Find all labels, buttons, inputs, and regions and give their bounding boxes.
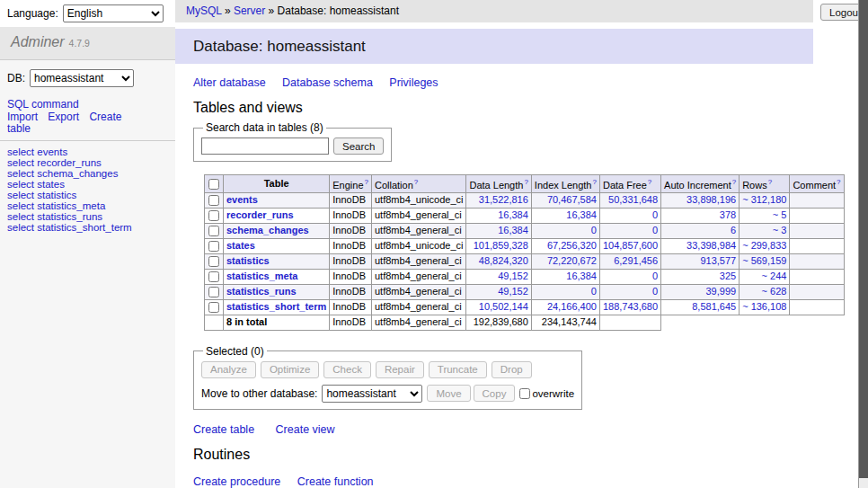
auto-increment-link-statistics[interactable]: 913,577 xyxy=(700,255,736,266)
link-create-view[interactable]: Create view xyxy=(276,423,335,436)
table-nav-link-statistics-meta[interactable]: statistics_meta xyxy=(37,200,105,211)
row-checkbox-statistics-meta[interactable] xyxy=(208,271,219,282)
search-button[interactable]: Search xyxy=(333,138,384,155)
data-length-link-statistics-short-term[interactable]: 10,502,144 xyxy=(479,301,528,312)
rows-link-statistics[interactable]: ~ 569,159 xyxy=(742,255,786,266)
auto-increment-link-statistics-short-term[interactable]: 8,581,645 xyxy=(692,301,736,312)
breadcrumb-link-mysql[interactable]: MySQL xyxy=(186,4,222,17)
scrollbar-thumb[interactable] xyxy=(859,0,868,478)
select-link-recorder-runs[interactable]: select xyxy=(7,157,34,168)
drop-button[interactable]: Drop xyxy=(492,361,532,378)
language-select[interactable]: English xyxy=(63,4,164,22)
table-nav-link-recorder-runs[interactable]: recorder_runs xyxy=(37,157,102,168)
row-checkbox-statistics-runs[interactable] xyxy=(208,287,219,297)
row-checkbox-events[interactable] xyxy=(208,195,219,206)
select-link-statistics-runs[interactable]: select xyxy=(7,211,34,222)
table-link-statistics-meta[interactable]: statistics_meta xyxy=(226,271,298,281)
rows-link-statistics-meta[interactable]: ~ 244 xyxy=(762,271,787,281)
link-database-schema[interactable]: Database schema xyxy=(282,76,373,89)
table-nav-link-schema-changes[interactable]: schema_changes xyxy=(37,168,118,179)
data-free-link-statistics[interactable]: 6,291,456 xyxy=(614,255,658,266)
help-icon[interactable]: ? xyxy=(837,178,840,186)
rows-link-schema-changes[interactable]: ~ 3 xyxy=(773,225,787,235)
select-link-states[interactable]: select xyxy=(7,179,34,190)
link-create-table[interactable]: Create table xyxy=(193,423,254,436)
search-input[interactable] xyxy=(201,138,329,155)
link-privileges[interactable]: Privileges xyxy=(389,76,438,89)
rows-link-recorder-runs[interactable]: ~ 5 xyxy=(773,209,787,220)
table-nav-link-states[interactable]: states xyxy=(37,179,65,190)
repair-button[interactable]: Repair xyxy=(376,361,424,378)
move-button[interactable]: Move xyxy=(427,385,470,402)
index-length-link-schema-changes[interactable]: 0 xyxy=(591,225,597,235)
index-length-link-events[interactable]: 70,467,584 xyxy=(547,194,597,205)
index-length-link-states[interactable]: 67,256,320 xyxy=(547,240,597,251)
rows-link-statistics-short-term[interactable]: ~ 136,108 xyxy=(742,301,786,312)
auto-increment-link-events[interactable]: 33,898,196 xyxy=(686,194,736,205)
table-nav-link-statistics-runs[interactable]: statistics_runs xyxy=(37,211,102,222)
data-free-link-statistics-meta[interactable]: 0 xyxy=(652,271,658,281)
table-link-statistics-short-term[interactable]: statistics_short_term xyxy=(226,301,326,312)
table-link-schema-changes[interactable]: schema_changes xyxy=(226,225,309,235)
copy-button[interactable]: Copy xyxy=(474,385,516,402)
link-alter-database[interactable]: Alter database xyxy=(193,76,266,89)
select-link-schema-changes[interactable]: select xyxy=(7,168,34,179)
data-length-link-statistics[interactable]: 48,824,320 xyxy=(479,255,528,266)
auto-increment-link-statistics-runs[interactable]: 39,999 xyxy=(706,286,737,297)
table-nav-link-events[interactable]: events xyxy=(37,146,67,157)
auto-increment-link-schema-changes[interactable]: 6 xyxy=(731,225,736,235)
row-checkbox-statistics-short-term[interactable] xyxy=(208,302,219,313)
data-length-link-events[interactable]: 31,522,816 xyxy=(479,194,528,205)
link-create-procedure[interactable]: Create procedure xyxy=(193,475,280,488)
index-length-link-statistics-runs[interactable]: 0 xyxy=(591,286,597,297)
help-icon[interactable]: ? xyxy=(732,178,736,186)
index-length-link-statistics[interactable]: 72,220,672 xyxy=(547,255,597,266)
data-length-link-statistics-runs[interactable]: 49,152 xyxy=(498,286,528,297)
link-import[interactable]: Import xyxy=(7,111,38,123)
help-icon[interactable]: ? xyxy=(414,178,418,186)
link-create-function[interactable]: Create function xyxy=(297,475,374,488)
data-free-link-events[interactable]: 50,331,648 xyxy=(608,194,658,205)
optimize-button[interactable]: Optimize xyxy=(261,361,319,378)
row-checkbox-schema-changes[interactable] xyxy=(208,226,219,236)
link-export[interactable]: Export xyxy=(48,111,79,123)
breadcrumb-link-server[interactable]: Server xyxy=(234,4,265,17)
auto-increment-link-recorder-runs[interactable]: 378 xyxy=(720,209,736,220)
auto-increment-link-states[interactable]: 33,398,984 xyxy=(686,240,736,251)
data-length-link-states[interactable]: 101,859,328 xyxy=(474,240,528,251)
db-select[interactable]: homeassistant xyxy=(30,69,134,87)
overwrite-checkbox[interactable] xyxy=(519,388,530,399)
analyze-button[interactable]: Analyze xyxy=(201,361,256,378)
scrollbar[interactable] xyxy=(858,0,868,488)
table-link-states[interactable]: states xyxy=(226,240,255,251)
table-nav-link-statistics-short-term[interactable]: statistics_short_term xyxy=(37,222,131,233)
data-free-link-recorder-runs[interactable]: 0 xyxy=(652,209,658,220)
data-length-link-recorder-runs[interactable]: 16,384 xyxy=(498,209,528,220)
auto-increment-link-statistics-meta[interactable]: 325 xyxy=(720,271,736,281)
select-link-events[interactable]: select xyxy=(7,146,34,157)
data-free-link-statistics-short-term[interactable]: 188,743,680 xyxy=(603,301,658,312)
check-all-checkbox[interactable] xyxy=(208,179,219,190)
table-link-recorder-runs[interactable]: recorder_runs xyxy=(226,209,294,220)
data-length-link-statistics-meta[interactable]: 49,152 xyxy=(498,271,528,281)
help-icon[interactable]: ? xyxy=(365,178,368,186)
table-link-events[interactable]: events xyxy=(226,194,258,205)
help-icon[interactable]: ? xyxy=(592,178,596,186)
row-checkbox-states[interactable] xyxy=(208,241,219,252)
rows-link-events[interactable]: ~ 312,180 xyxy=(742,194,786,205)
help-icon[interactable]: ? xyxy=(768,178,772,186)
table-link-statistics[interactable]: statistics xyxy=(226,255,270,266)
data-free-link-schema-changes[interactable]: 0 xyxy=(652,225,658,235)
rows-link-states[interactable]: ~ 299,833 xyxy=(742,240,786,251)
table-link-statistics-runs[interactable]: statistics_runs xyxy=(226,286,297,297)
data-free-link-states[interactable]: 104,857,600 xyxy=(603,240,658,251)
help-icon[interactable]: ? xyxy=(524,178,527,186)
help-icon[interactable]: ? xyxy=(648,178,651,186)
index-length-link-statistics-short-term[interactable]: 24,166,400 xyxy=(547,301,597,312)
table-nav-link-statistics[interactable]: statistics xyxy=(37,190,76,200)
index-length-link-statistics-meta[interactable]: 16,384 xyxy=(566,271,597,281)
link-sql-command[interactable]: SQL command xyxy=(7,98,79,111)
select-link-statistics[interactable]: select xyxy=(7,190,34,200)
data-free-link-statistics-runs[interactable]: 0 xyxy=(652,286,658,297)
rows-link-statistics-runs[interactable]: ~ 628 xyxy=(762,286,787,297)
